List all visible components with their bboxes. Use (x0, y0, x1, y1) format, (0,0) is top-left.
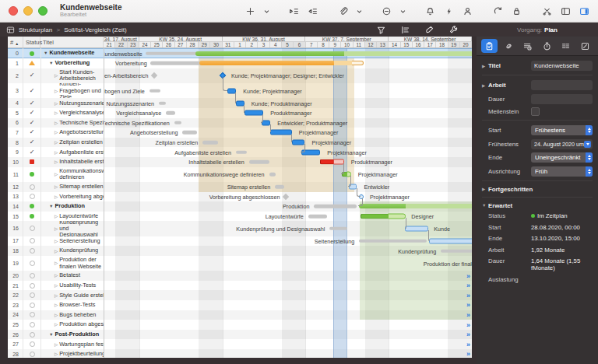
inspector-tab-task[interactable] (481, 39, 498, 53)
titel-input[interactable]: Kundenwebseite (531, 61, 593, 71)
leaf-icon[interactable]: ▷ (55, 150, 58, 155)
disclosure-icon[interactable]: ▶ (482, 187, 488, 191)
wrench-icon[interactable] (448, 24, 459, 36)
table-row[interactable]: 11▷Kommunikationswege definierenKommunik… (8, 167, 472, 182)
gantt-bar[interactable] (262, 120, 270, 125)
ausrichtung-popup[interactable]: Früh (531, 166, 593, 177)
table-row[interactable]: 25▷Produktion abgeschlossen» (8, 320, 472, 330)
sync-icon[interactable] (492, 5, 504, 17)
leaf-icon[interactable]: ▷ (55, 273, 58, 278)
offscreen-bar-indicator[interactable]: » (466, 350, 470, 358)
gantt-bar[interactable] (333, 159, 344, 165)
inspector-tab-time[interactable] (539, 39, 555, 53)
table-row[interactable]: 6✓▷Technische SpezifikationenTechnische … (8, 118, 472, 128)
leaf-icon[interactable]: ▷ (55, 239, 58, 243)
date-dropdown-icon[interactable] (584, 141, 591, 148)
view-left-icon[interactable] (560, 5, 572, 17)
gantt-bar[interactable] (195, 51, 343, 56)
disclosure-icon[interactable]: ▶ (482, 83, 488, 88)
gantt-bar[interactable] (244, 110, 263, 116)
gantt-bar[interactable] (292, 140, 305, 145)
leaf-icon[interactable]: ▷ (55, 261, 58, 265)
column-header-status[interactable]: Status (23, 37, 40, 47)
arbeit-input[interactable] (531, 80, 593, 90)
column-header-num[interactable]: #▲ (8, 37, 23, 47)
inspector-tab-edit[interactable] (577, 39, 593, 53)
offscreen-bar-indicator[interactable]: » (466, 341, 470, 348)
minimize-button[interactable] (23, 6, 33, 16)
leaf-icon[interactable]: ▷ (55, 73, 58, 78)
status-circle-icon[interactable] (381, 5, 392, 17)
flash-icon[interactable] (443, 5, 455, 17)
table-row[interactable]: 13▷Vorbereitung abgeschlossenVorbereitun… (8, 192, 472, 202)
table-row[interactable]: 14▼ProduktionProduktion (8, 201, 472, 212)
erwartet-section[interactable]: Erwartet (488, 202, 512, 209)
table-row[interactable]: 10▷Inhaltstabelle erstellenInhaltstabell… (8, 157, 472, 167)
offscreen-bar-indicator[interactable]: » (466, 321, 470, 329)
breadcrumb[interactable]: Strukturplan > Soll/Ist-Vergleich (Zeit) (19, 26, 127, 33)
table-row[interactable]: 1▼VorbereitungVorbereitung (8, 58, 472, 68)
column-header-title[interactable]: Titel (40, 37, 104, 47)
table-row[interactable]: 4✓▷NutzungsszenarienNutzungsszenarienKun… (8, 98, 472, 108)
gantt-bar[interactable] (405, 226, 428, 231)
person-icon[interactable] (462, 5, 473, 17)
offscreen-bar-indicator[interactable]: » (466, 331, 470, 338)
gantt-bar[interactable] (270, 130, 291, 135)
gantt-bar[interactable] (227, 88, 236, 93)
gantt-bar[interactable] (301, 149, 320, 155)
chevron-down-icon[interactable] (263, 5, 269, 17)
breadcrumb-detail[interactable]: Soll/Ist-Vergleich (Zeit) (64, 26, 126, 33)
inspector-tab-schedule[interactable] (519, 39, 536, 53)
gantt-bar[interactable] (199, 61, 335, 65)
gantt-bar[interactable] (349, 184, 357, 190)
leaf-icon[interactable]: ▷ (55, 342, 58, 347)
table-row[interactable]: 26▼Post-Produktion» (8, 330, 472, 340)
view-right-icon[interactable] (579, 5, 590, 17)
gantt-bar[interactable] (346, 172, 351, 177)
table-row[interactable]: 28▷Projektbeurteilung» (8, 349, 472, 358)
gantt-bar[interactable] (406, 204, 472, 208)
inspector-tab-link[interactable] (501, 39, 517, 53)
bell-icon[interactable] (424, 5, 436, 17)
indent-icon[interactable] (288, 5, 300, 17)
ende-popup[interactable]: Uneingeschränkt (531, 152, 593, 163)
fruehestens-datefield[interactable]: 24. August 2020 um 00:00 (531, 139, 593, 149)
table-row[interactable]: 17▷SeitenerstellungSeitenerstellung (8, 236, 472, 247)
leaf-icon[interactable]: ▷ (55, 303, 58, 307)
table-row[interactable]: 22▷Style Guide erstellen» (8, 290, 472, 300)
planned-milestone-icon[interactable] (357, 194, 364, 200)
leaf-icon[interactable]: ▷ (55, 293, 58, 298)
table-row[interactable]: 15▷LayoutentwürfeLayoutentwürfeDesigner (8, 212, 472, 222)
leaf-icon[interactable]: ▷ (55, 194, 58, 199)
gantt-bar[interactable] (236, 100, 244, 106)
collapse-icon[interactable]: ▼ (49, 204, 53, 208)
leaf-icon[interactable]: ▷ (55, 322, 58, 327)
table-row[interactable]: 21▷Usability-Tests» (8, 281, 472, 291)
table-row[interactable]: 23▷Browser-Tests» (8, 300, 472, 310)
milestone-icon[interactable] (220, 72, 226, 79)
leaf-icon[interactable]: ▷ (55, 283, 58, 288)
attach-icon[interactable] (337, 5, 349, 17)
table-row[interactable]: 16▷Kundenprüfung und DesignauswahlKunden… (8, 221, 472, 236)
collapse-icon[interactable]: ▼ (44, 51, 47, 55)
leaf-icon[interactable]: ▷ (55, 214, 58, 219)
gantt-bar[interactable] (320, 159, 333, 165)
report-icon[interactable] (399, 24, 411, 36)
table-row[interactable]: 24▷Bugs beheben» (8, 310, 472, 320)
chevron-down-icon[interactable] (399, 5, 406, 17)
table-row[interactable]: 5✓▷VergleichsanalyseVergleichsanalysePro… (8, 108, 472, 118)
leaf-icon[interactable]: ▷ (55, 110, 58, 115)
close-button[interactable] (9, 6, 18, 16)
fortgeschritten-section[interactable]: Fortgeschritten (488, 186, 533, 193)
table-row[interactable]: 8✓▷Zeitplan erstellenZeitplan erstellenP… (8, 138, 472, 148)
offscreen-bar-indicator[interactable]: » (466, 292, 470, 299)
offscreen-bar-indicator[interactable]: » (466, 282, 470, 289)
leaf-icon[interactable]: ▷ (55, 121, 58, 125)
start-popup[interactable]: Frühestens (531, 125, 593, 135)
offscreen-bar-indicator[interactable]: » (466, 311, 470, 319)
table-row[interactable]: 0▼KundenwebseiteKundenwebseite (8, 48, 472, 58)
leaf-icon[interactable]: ▷ (55, 159, 58, 164)
leaf-icon[interactable]: ▷ (55, 184, 58, 189)
table-row[interactable]: 9✓▷Aufgabenliste erstellenAufgabenliste … (8, 147, 472, 157)
meilenstein-checkbox[interactable] (531, 107, 540, 116)
